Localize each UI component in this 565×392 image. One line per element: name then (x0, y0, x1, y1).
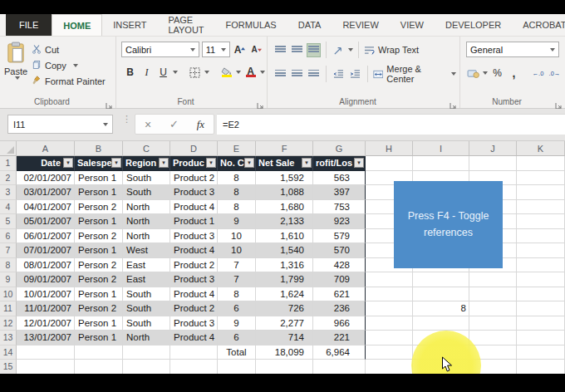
cell-J12[interactable] (469, 316, 517, 331)
tab-acrobat[interactable]: ACROBAT (512, 14, 565, 36)
cell-E3[interactable]: 8 (218, 185, 256, 200)
cell-H14[interactable] (366, 345, 413, 360)
cell-I1[interactable] (413, 156, 469, 171)
column-header-G[interactable]: G (313, 141, 366, 156)
cell-G7[interactable]: 570 (313, 243, 366, 258)
cell-D7[interactable]: Product 4 (170, 243, 218, 258)
cell-G1[interactable]: rofit/Los▼ (313, 156, 366, 171)
cell-A4[interactable]: 04/01/2007 (17, 200, 75, 215)
cell-D1[interactable]: Produc▼ (170, 156, 218, 171)
row-header-14[interactable]: 14 (0, 345, 17, 360)
cell-A1[interactable]: Date▼ (17, 156, 75, 171)
cell-K2[interactable] (517, 171, 565, 186)
filter-button-A1[interactable]: ▼ (63, 158, 73, 168)
number-format-combo[interactable]: General (466, 42, 559, 57)
paste-button[interactable]: Paste (0, 37, 32, 88)
cell-K4[interactable] (517, 200, 565, 215)
cell-K13[interactable] (517, 331, 565, 345)
cell-E1[interactable]: No. Clie▼ (218, 156, 256, 171)
filter-button-B1[interactable]: ▼ (111, 158, 121, 168)
tab-insert[interactable]: INSERT (102, 14, 157, 36)
cell-A5[interactable]: 05/01/2007 (17, 214, 75, 229)
cell-H9[interactable] (366, 272, 413, 287)
decrease-decimal-button[interactable]: .0→ (548, 66, 562, 81)
column-header-H[interactable]: H (366, 141, 413, 156)
cell-A9[interactable]: 09/01/2007 (17, 272, 75, 287)
increase-decimal-button[interactable]: ←.0 (531, 66, 545, 81)
cell-G14[interactable]: 6,964 (313, 345, 366, 360)
cell-E15[interactable] (218, 360, 256, 375)
cell-B1[interactable]: Salespe▼ (75, 156, 123, 171)
column-header-F[interactable]: F (256, 141, 313, 156)
cell-H1[interactable] (366, 156, 413, 171)
cell-G12[interactable]: 966 (313, 316, 366, 331)
align-bottom-button[interactable] (307, 43, 321, 57)
cell-K11[interactable] (517, 301, 565, 316)
row-header-6[interactable]: 6 (0, 229, 17, 244)
cell-C5[interactable]: North (123, 214, 170, 229)
cell-J9[interactable] (469, 272, 517, 287)
font-dialog-launcher-icon[interactable] (257, 98, 264, 105)
cell-C14[interactable] (123, 345, 170, 360)
cell-E7[interactable]: 10 (218, 243, 256, 258)
cell-F4[interactable]: 1,680 (256, 200, 313, 215)
cell-C3[interactable]: South (123, 185, 170, 200)
cell-C12[interactable]: South (123, 316, 170, 331)
cell-B13[interactable]: Person 1 (75, 331, 123, 345)
filter-button-F1[interactable]: ▼ (302, 158, 312, 168)
row-header-9[interactable]: 9 (0, 272, 17, 287)
decrease-indent-button[interactable] (332, 67, 346, 81)
cell-J1[interactable] (469, 156, 517, 171)
tab-developer[interactable]: DEVELOPER (435, 14, 512, 36)
cell-E9[interactable]: 7 (218, 272, 256, 287)
row-header-11[interactable]: 11 (0, 301, 17, 316)
cell-H12[interactable] (366, 316, 413, 331)
column-header-K[interactable]: K (517, 141, 565, 156)
cell-F2[interactable]: 1,592 (256, 171, 313, 186)
cell-D13[interactable]: Product 4 (170, 331, 218, 345)
tab-file[interactable]: FILE (6, 14, 52, 36)
cell-D9[interactable]: Product 3 (170, 272, 218, 287)
copy-button[interactable]: Copy (32, 58, 106, 72)
italic-button[interactable]: I (140, 66, 154, 80)
cell-D8[interactable]: Product 2 (170, 258, 218, 273)
underline-button[interactable]: U (156, 66, 170, 80)
cell-F6[interactable]: 1,610 (256, 229, 313, 244)
cell-E2[interactable]: 8 (218, 171, 256, 186)
cell-E14[interactable]: Total (218, 345, 256, 360)
cell-G10[interactable]: 621 (313, 287, 366, 302)
cell-B4[interactable]: Person 2 (75, 200, 123, 215)
cell-C11[interactable]: South (123, 301, 170, 316)
shrink-font-button[interactable]: A (249, 42, 263, 56)
select-all-corner[interactable] (0, 141, 17, 156)
row-header-2[interactable]: 2 (0, 171, 17, 186)
bold-button[interactable]: B (123, 66, 137, 80)
format-painter-button[interactable]: Format Painter (32, 74, 106, 88)
enter-icon[interactable]: ✓ (170, 118, 179, 130)
cell-C13[interactable]: North (123, 331, 170, 345)
percent-style-button[interactable]: % (490, 66, 504, 81)
cell-K15[interactable] (517, 360, 565, 375)
cell-E6[interactable]: 10 (218, 229, 256, 244)
align-right-button[interactable] (307, 67, 321, 81)
cell-F15[interactable] (256, 360, 313, 375)
cell-C4[interactable]: North (123, 200, 170, 215)
cell-B10[interactable]: Person 1 (75, 287, 123, 302)
cell-F9[interactable]: 1,799 (256, 272, 313, 287)
cell-K9[interactable] (517, 272, 565, 287)
tab-review[interactable]: REVIEW (332, 14, 389, 36)
cell-D6[interactable]: Product 3 (170, 229, 218, 244)
wrap-text-button[interactable]: Wrap Text (364, 43, 419, 57)
cell-D15[interactable] (170, 360, 218, 375)
cell-A10[interactable]: 10/01/2007 (17, 287, 75, 302)
cell-A13[interactable]: 13/01/2007 (17, 331, 75, 345)
row-header-15[interactable]: 15 (0, 360, 17, 375)
cell-G4[interactable]: 753 (313, 200, 366, 215)
cell-F1[interactable]: Net Sale▼ (256, 156, 313, 171)
font-color-button[interactable]: A (243, 66, 258, 80)
tab-view[interactable]: VIEW (390, 14, 435, 36)
cell-E8[interactable]: 7 (218, 258, 256, 273)
cell-J10[interactable] (469, 287, 517, 302)
tab-page-layout[interactable]: PAGE LAYOUT (157, 14, 214, 36)
cell-H11[interactable] (366, 301, 413, 316)
